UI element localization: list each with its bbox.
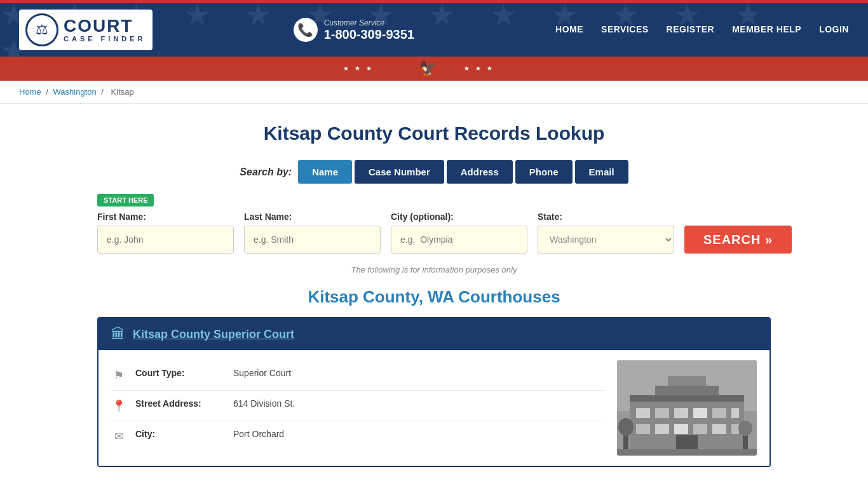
start-here-badge: START HERE — [97, 194, 154, 207]
customer-service: 📞 Customer Service 1-800-309-9351 — [294, 18, 414, 42]
courthouse-icon: 🏛 — [111, 326, 125, 342]
courthouses-title: Kitsap County, WA Courthouses — [97, 287, 771, 307]
svg-text:★ ★ ★: ★ ★ ★ — [464, 65, 494, 72]
last-name-label: Last Name: — [244, 212, 381, 222]
court-card: 🏛 Kitsap County Superior Court ⚑ Court T… — [97, 317, 771, 467]
logo-text-block: COURT CASE FINDER — [64, 17, 146, 43]
svg-rect-17 — [712, 424, 726, 434]
breadcrumb-state[interactable]: Washington — [53, 87, 97, 97]
svg-text:🦅: 🦅 — [419, 60, 437, 77]
form-section: START HERE First Name: Last Name: City (… — [97, 194, 771, 254]
svg-rect-12 — [731, 408, 739, 418]
breadcrumb-county: Kitsap — [111, 87, 134, 97]
svg-rect-6 — [630, 395, 744, 402]
nav-member-help[interactable]: MEMBER HELP — [732, 24, 801, 36]
breadcrumb-sep1: / — [46, 87, 50, 97]
breadcrumb-home[interactable]: Home — [19, 87, 41, 97]
court-address-row: 📍 Street Address: 614 Division St. — [111, 391, 604, 421]
court-city-label: City: — [135, 429, 224, 439]
header: COURT CASE FINDER 📞 Customer Service 1-8… — [0, 3, 868, 57]
logo-box: COURT CASE FINDER — [19, 10, 153, 50]
search-by-row: Search by: Name Case Number Address Phon… — [97, 160, 771, 184]
court-address-label: Street Address: — [135, 398, 224, 409]
svg-rect-21 — [668, 376, 706, 386]
logo-court-label: COURT — [64, 17, 146, 35]
search-button[interactable]: SEARCH » — [684, 226, 792, 254]
court-image — [617, 360, 757, 456]
wave-wrap: ★ ★ ★ 🦅 ★ ★ ★ — [0, 57, 868, 81]
state-label: State: — [538, 212, 674, 222]
city-group: City (optional): — [391, 212, 527, 254]
city-label: City (optional): — [391, 212, 527, 222]
search-by-label: Search by: — [240, 166, 292, 178]
state-group: State: Washington Alabama Alaska Arizona… — [538, 212, 674, 254]
svg-point-24 — [618, 418, 634, 436]
state-select[interactable]: Washington Alabama Alaska Arizona Califo… — [538, 226, 674, 254]
court-card-body: ⚑ Court Type: Superior Court 📍 Street Ad… — [98, 350, 770, 466]
svg-rect-14 — [655, 424, 669, 434]
nav-services[interactable]: SERVICES — [601, 24, 649, 36]
court-building-image — [617, 360, 757, 456]
breadcrumb: Home / Washington / Kitsap — [0, 81, 868, 104]
search-tabs: Name Case Number Address Phone Email — [298, 160, 628, 184]
logo-case-finder-label: CASE FINDER — [64, 35, 146, 43]
tab-phone[interactable]: Phone — [515, 160, 573, 184]
svg-rect-22 — [617, 449, 757, 456]
first-name-input[interactable] — [97, 226, 234, 254]
page-title: Kitsap County Court Records Lookup — [97, 123, 771, 144]
cs-label: Customer Service — [324, 18, 414, 27]
court-card-header: 🏛 Kitsap County Superior Court — [98, 318, 770, 350]
svg-rect-15 — [674, 424, 688, 434]
tab-name[interactable]: Name — [298, 160, 352, 184]
wave-svg: ★ ★ ★ 🦅 ★ ★ ★ — [0, 57, 868, 81]
svg-rect-10 — [693, 408, 707, 418]
search-form: First Name: Last Name: City (optional): … — [97, 212, 771, 254]
court-type-label: Court Type: — [135, 368, 224, 378]
court-info: ⚑ Court Type: Superior Court 📍 Street Ad… — [111, 360, 604, 456]
address-icon: 📍 — [111, 399, 126, 413]
tab-case-number[interactable]: Case Number — [355, 160, 444, 184]
svg-rect-16 — [693, 424, 707, 434]
court-type-row: ⚑ Court Type: Superior Court — [111, 360, 604, 391]
tab-email[interactable]: Email — [575, 160, 628, 184]
nav-home[interactable]: HOME — [555, 24, 583, 36]
main-nav: HOME SERVICES REGISTER MEMBER HELP LOGIN — [555, 24, 849, 36]
first-name-label: First Name: — [97, 212, 234, 222]
court-city-row: ✉ City: Port Orchard — [111, 421, 604, 451]
svg-rect-20 — [655, 386, 719, 395]
phone-icon: 📞 — [294, 18, 318, 42]
nav-login[interactable]: LOGIN — [819, 24, 849, 36]
last-name-group: Last Name: — [244, 212, 381, 254]
court-city-value: Port Orchard — [233, 429, 284, 439]
breadcrumb-sep2: / — [101, 87, 105, 97]
svg-rect-7 — [636, 408, 650, 418]
svg-text:★ ★ ★: ★ ★ ★ — [343, 65, 374, 72]
main-content: Kitsap County Court Records Lookup Searc… — [85, 104, 783, 488]
svg-rect-11 — [712, 408, 726, 418]
first-name-group: First Name: — [97, 212, 234, 254]
cs-text: Customer Service 1-800-309-9351 — [324, 18, 414, 42]
tab-address[interactable]: Address — [447, 160, 513, 184]
svg-rect-8 — [655, 408, 669, 418]
svg-rect-9 — [674, 408, 688, 418]
court-name-link[interactable]: Kitsap County Superior Court — [133, 328, 294, 341]
court-address-value: 614 Division St. — [233, 398, 295, 409]
info-note: The following is for information purpose… — [97, 265, 771, 274]
svg-point-26 — [738, 421, 752, 436]
city-input[interactable] — [391, 226, 527, 254]
svg-rect-18 — [731, 424, 739, 434]
cs-phone: 1-800-309-9351 — [324, 27, 414, 42]
logo-area: COURT CASE FINDER — [19, 10, 153, 50]
nav-register[interactable]: REGISTER — [667, 24, 715, 36]
svg-rect-13 — [636, 424, 650, 434]
logo-emblem-icon — [25, 13, 58, 46]
city-icon: ✉ — [111, 430, 126, 444]
court-type-icon: ⚑ — [111, 369, 126, 383]
court-type-value: Superior Court — [233, 368, 291, 378]
last-name-input[interactable] — [244, 226, 381, 254]
